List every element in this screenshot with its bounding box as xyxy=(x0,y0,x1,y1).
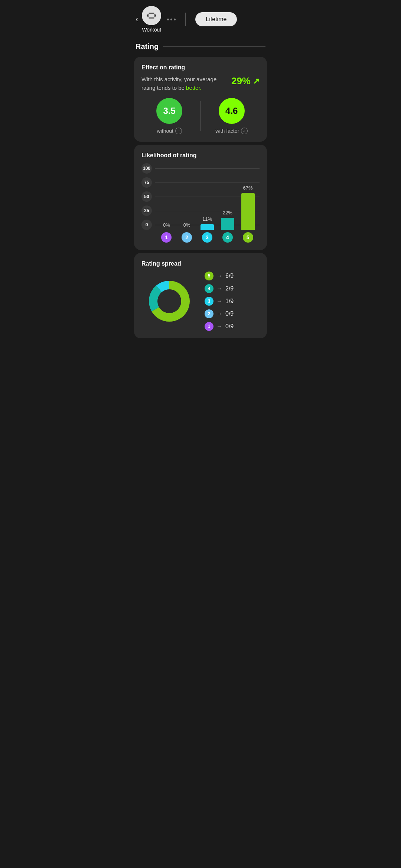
legend-arrow-4: → xyxy=(216,285,222,292)
bars-container: 0%0%11%22%67% xyxy=(155,171,260,230)
legend-arrow-3: → xyxy=(216,298,222,305)
bar-4 xyxy=(221,218,234,230)
dot-3 xyxy=(174,19,176,20)
minus-icon: − xyxy=(175,128,182,134)
x-circle-2: 2 xyxy=(182,232,192,243)
section-divider xyxy=(163,46,265,47)
legend-row-4: 4→2/9 xyxy=(205,284,260,293)
bar-pct-2: 0% xyxy=(183,222,190,228)
spread-card: Rating spread 5→6/94→2/93→1/92→0/91→0/9 xyxy=(134,253,267,338)
likelihood-title: Likelihood of rating xyxy=(141,152,260,159)
effect-desc-start: With this activity, your average rating … xyxy=(141,76,216,91)
donut-center xyxy=(158,290,180,312)
legend-dot-5: 5 xyxy=(205,272,213,280)
workout-label: Workout xyxy=(142,27,161,33)
rating-section-header: Rating xyxy=(128,36,273,54)
check-icon: ✓ xyxy=(241,128,248,134)
bar-pct-3: 11% xyxy=(202,216,212,222)
back-button[interactable]: ‹ xyxy=(136,14,138,24)
without-label: without − xyxy=(157,128,182,134)
x-circle-1: 1 xyxy=(161,232,172,243)
x-label-2: 2 xyxy=(177,232,197,243)
dumbbell-icon xyxy=(146,10,157,21)
dot-1 xyxy=(167,19,169,20)
without-value: 3.5 xyxy=(163,106,176,116)
effect-description: With this activity, your average rating … xyxy=(141,75,231,92)
lifetime-button[interactable]: Lifetime xyxy=(195,12,237,26)
effect-row: With this activity, your average rating … xyxy=(141,75,260,92)
bar-pct-5: 67% xyxy=(243,185,253,191)
x-circle-5: 5 xyxy=(243,232,253,243)
with-label: with factor ✓ xyxy=(215,128,248,134)
bar-col-1: 0% xyxy=(156,222,177,230)
without-item: 3.5 without − xyxy=(141,98,198,134)
chart-area: 100 75 50 25 0 0%0%11%22%67% xyxy=(141,163,260,243)
legend-arrow-2: → xyxy=(216,310,222,317)
x-circle-4: 4 xyxy=(222,232,233,243)
legend-value-4: 2/9 xyxy=(225,285,234,292)
with-circle: 4.6 xyxy=(219,98,245,124)
bar-3 xyxy=(200,224,214,230)
bar-col-3: 11% xyxy=(197,216,218,230)
x-label-5: 5 xyxy=(238,232,258,243)
more-dots[interactable] xyxy=(167,19,176,20)
legend-dot-1: 1 xyxy=(205,322,213,331)
header-center: Workout Lifetime xyxy=(142,6,265,33)
rating-compare: 3.5 without − 4.6 with factor ✓ xyxy=(141,98,260,134)
spread-title: Rating spread xyxy=(141,260,260,267)
bar-5 xyxy=(241,193,255,230)
grid-label-75: 75 xyxy=(141,177,152,188)
dot-2 xyxy=(170,19,172,20)
spread-content: 5→6/94→2/93→1/92→0/91→0/9 xyxy=(141,272,260,331)
with-item: 4.6 with factor ✓ xyxy=(204,98,260,134)
effect-card-title: Effect on rating xyxy=(141,64,260,71)
legend-row-3: 3→1/9 xyxy=(205,297,260,306)
legend-row-2: 2→0/9 xyxy=(205,309,260,318)
workout-col: Workout xyxy=(142,6,161,33)
bar-pct-4: 22% xyxy=(223,210,232,216)
legend-list: 5→6/94→2/93→1/92→0/91→0/9 xyxy=(205,272,260,331)
effect-card: Effect on rating With this activity, you… xyxy=(134,57,267,142)
grid-label-50: 50 xyxy=(141,191,152,202)
x-circle-3: 3 xyxy=(202,232,212,243)
legend-value-2: 0/9 xyxy=(225,310,234,317)
bar-col-5: 67% xyxy=(238,185,258,230)
likelihood-card: Likelihood of rating 100 75 50 25 0 xyxy=(134,145,267,250)
donut-svg xyxy=(141,273,197,329)
grid-label-100: 100 xyxy=(141,163,152,174)
header-divider xyxy=(185,13,186,26)
legend-value-1: 0/9 xyxy=(225,323,234,330)
workout-icon[interactable] xyxy=(142,6,161,25)
legend-row-1: 1→0/9 xyxy=(205,322,260,331)
trend-up-icon: ↗ xyxy=(253,76,260,86)
legend-value-3: 1/9 xyxy=(225,298,234,305)
legend-dot-2: 2 xyxy=(205,309,213,318)
bar-col-4: 22% xyxy=(217,210,238,230)
x-label-4: 4 xyxy=(217,232,238,243)
legend-dot-4: 4 xyxy=(205,284,213,293)
with-value: 4.6 xyxy=(225,106,238,116)
grid-label-0: 0 xyxy=(141,220,152,230)
legend-value-5: 6/9 xyxy=(225,273,234,279)
bar-col-2: 0% xyxy=(177,222,197,230)
percent-badge: 29% ↗ xyxy=(231,75,260,87)
legend-dot-3: 3 xyxy=(205,297,213,306)
x-labels: 12345 xyxy=(155,232,260,243)
legend-arrow-1: → xyxy=(216,323,222,330)
compare-divider xyxy=(200,101,201,131)
percent-value: 29% xyxy=(231,75,251,87)
legend-arrow-5: → xyxy=(216,273,222,279)
donut-chart xyxy=(141,273,197,329)
rating-title: Rating xyxy=(136,42,159,51)
grid-label-25: 25 xyxy=(141,206,152,216)
legend-row-5: 5→6/9 xyxy=(205,272,260,280)
grid-hr-100 xyxy=(155,168,260,169)
without-circle: 3.5 xyxy=(156,98,182,124)
effect-better-word: better. xyxy=(186,85,202,91)
x-label-3: 3 xyxy=(197,232,218,243)
header: ‹ Workout Lifetime xyxy=(128,0,273,36)
x-label-1: 1 xyxy=(156,232,177,243)
bar-pct-1: 0% xyxy=(163,222,170,228)
